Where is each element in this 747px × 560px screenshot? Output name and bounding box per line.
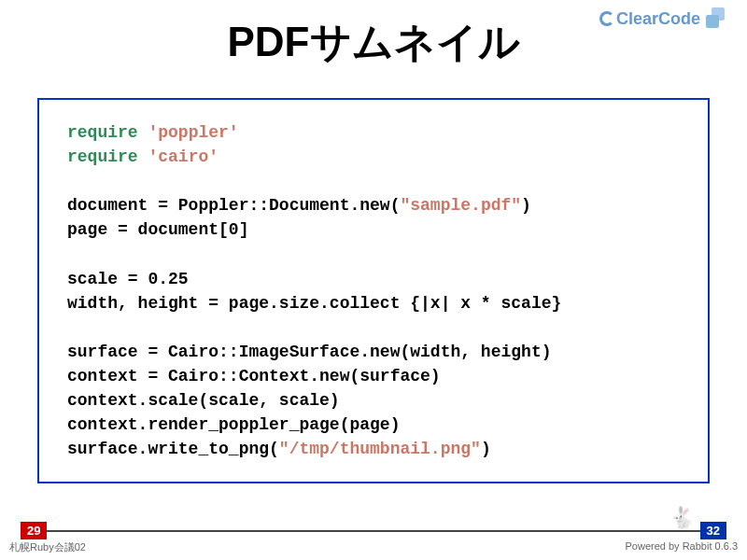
code-line: ) — [481, 440, 491, 458]
string: "/tmp/thumbnail.png" — [279, 440, 481, 458]
footer: 札幌Ruby会議02 Powered by Rabbit 0.6.3 — [9, 540, 738, 554]
code-line: document = Poppler::Document.new( — [67, 196, 400, 215]
code-line: context.scale(scale, scale) — [67, 391, 340, 410]
keyword: require — [67, 147, 138, 166]
code-line: surface.write_to_png( — [67, 440, 279, 458]
code-line: width, height = page.size.collect {|x| x… — [67, 294, 561, 313]
progress-bar — [26, 530, 721, 532]
code-line: context.render_poppler_page(page) — [67, 415, 400, 434]
rabbit-icon: 🐇 — [669, 506, 695, 530]
code-line: surface = Cairo::ImageSurface.new(width,… — [67, 343, 551, 361]
string: 'poppler' — [148, 123, 238, 142]
code-content: require 'poppler' require 'cairo' docume… — [67, 120, 680, 461]
logo-text: ClearCode — [616, 9, 700, 29]
current-page-badge: 29 — [21, 522, 47, 539]
total-pages-badge: 32 — [700, 522, 726, 539]
code-block: require 'poppler' require 'cairo' docume… — [37, 98, 710, 483]
footer-right: Powered by Rabbit 0.6.3 — [626, 540, 738, 554]
string: 'cairo' — [148, 147, 218, 166]
keyword: require — [67, 123, 138, 142]
code-line: ) — [521, 196, 531, 215]
footer-left: 札幌Ruby会議02 — [9, 540, 86, 554]
code-line: scale = 0.25 — [67, 270, 189, 288]
string: "sample.pdf" — [400, 196, 521, 215]
code-line: page = document[0] — [67, 220, 248, 239]
brand-logo: ClearCode — [599, 7, 728, 30]
logo-c-icon — [599, 11, 614, 26]
code-line: context = Cairo::Context.new(surface) — [67, 367, 441, 385]
logo-blocks-icon — [706, 7, 728, 30]
